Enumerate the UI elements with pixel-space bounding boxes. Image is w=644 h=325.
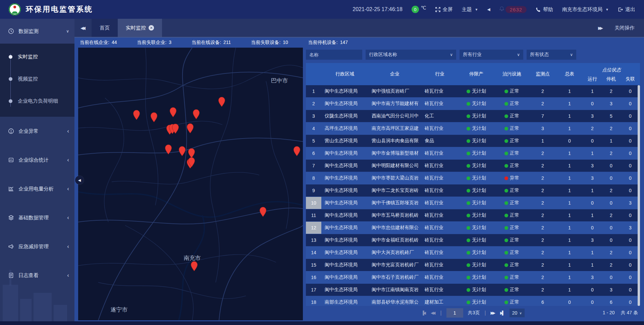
map-canvas[interactable]: 巴中市南充市遂宁市 [78,48,303,320]
logout-button[interactable]: 退出 [618,6,635,13]
row-number: 8 [306,172,321,184]
table-row[interactable]: 15 阆中生态环境局 阆中市光富页岩机砖厂 砖瓦行业 无计划 正常 2 1 1 … [306,259,640,271]
table-row[interactable]: 5 营山生态环境局 营山县润丰肉食品有限 食品 无计划 正常 1 0 0 1 0 [306,135,640,147]
cell-industry: 砖瓦行业 [421,150,458,156]
notification-widget[interactable]: 2632 [499,6,527,13]
cell-monitor-points: 7 [529,113,556,119]
table-row[interactable]: 2 阆中生态环境局 阆中市南方节能建材有 砖瓦行业 无计划 正常 2 1 0 3… [306,98,640,110]
row-number: 7 [306,160,321,172]
table-row[interactable]: 6 阆中生态环境局 阆中市金博瑞新型墙材 砖瓦行业 无计划 正常 2 1 1 2… [306,147,640,160]
chevron-down-icon: ▼ [605,8,609,11]
cell-region: 阆中生态环境局 [321,212,368,218]
cell-region: 阆中生态环境局 [321,237,368,243]
sidebar-collapse-button[interactable]: ◀ [75,176,84,184]
sidebar-item[interactable]: 企业异常‹ [0,117,74,146]
table-row[interactable]: 12 阆中生态环境局 阆中市忠信建材有限公 砖瓦行业 无计划 正常 2 1 0 … [306,222,640,234]
table-row[interactable]: 16 阆中生态环境局 阆中市石子页岩机砖厂 砖瓦行业 无计划 正常 2 1 3 … [306,271,640,284]
region-select[interactable]: 行政区域名称 ∨ [366,50,456,60]
help-button[interactable]: 帮助 [536,6,553,13]
status-dot [504,226,508,230]
last-page-icon[interactable]: ▶▌ [500,311,505,315]
table-row[interactable]: 18 南部生态环境局 南部县砂华水泥有限公 建材加工 无计划 正常 6 0 0 … [306,296,640,306]
map-panel[interactable]: 巴中市南充市遂宁市 [78,48,303,320]
next-page-icon[interactable]: ▶▶ [491,311,495,315]
sidebar-subitem[interactable]: 视频监控 [0,68,74,90]
page-size-select[interactable]: 20 ∨ [509,309,525,317]
sidebar-item-label: 数据监测 [18,28,39,35]
sidebar-subitem[interactable]: 实时监控 [0,46,74,68]
page-size-value: 20 [512,310,518,316]
sidebar-item[interactable]: 日志查看‹ [0,261,74,290]
cell-monitor-points: 2 [529,200,556,206]
industry-select[interactable]: 所有行业 ∨ [460,50,523,60]
tabs-scroll-right-icon[interactable]: ▶▶ [598,25,603,31]
theme-dropdown[interactable]: 主题 ▼ [462,6,478,13]
status-select[interactable]: 所有状态 ∨ [527,50,576,60]
table-row[interactable]: 13 阆中生态环境局 阆中市金福旺页岩机砖 砖瓦行业 无计划 正常 2 1 3 … [306,234,640,247]
table-row[interactable]: 7 阆中生态环境局 阆中明阳建材有限公司 砖瓦行业 无计划 正常 2 1 3 0… [306,160,640,172]
cell-run-count: 3 [583,113,602,119]
col-header-industry: 行业 [421,63,458,85]
table-row[interactable]: 11 阆中生态环境局 阆中市五马桥页岩机砖 砖瓦行业 无计划 正常 2 1 1 … [306,209,640,222]
status-dot [504,238,508,242]
chevron-left-icon: ‹ [67,274,69,277]
table-row[interactable]: 14 阆中生态环境局 阆中大兴页岩机砖厂 砖瓦行业 无计划 正常 2 1 1 2… [306,247,640,259]
sidebar-subitem-label: 视频监控 [18,76,38,82]
table-row[interactable]: 1 阆中生态环境局 阆中强锐页岩砖厂 砖瓦行业 无计划 正常 2 1 1 2 0 [306,85,640,98]
sidebar-subitem[interactable]: 企业电力负荷明细 [0,90,74,112]
cell-industry: 砖瓦行业 [421,88,458,94]
cell-industry: 砖瓦行业 [421,163,458,169]
sidebar-item[interactable]: 企业综合统计‹ [0,146,74,174]
map-background [78,48,303,320]
col-header-meters: 总表 [556,63,583,85]
cell-facility-status: 正常 [494,287,529,293]
tab-realtime-monitor[interactable]: 实时监控 ✕ [118,19,162,37]
sidebar-item[interactable]: 数据监测∨ [0,19,74,44]
sidebar-item[interactable]: 基础数据管理‹ [0,203,74,232]
cell-stop-count: 2 [602,250,621,255]
sidebar-item-label: 日志查看 [18,272,39,279]
sidebar-item[interactable]: 应急减排管理‹ [0,232,74,261]
logout-label: 退出 [625,6,635,13]
tab-home[interactable]: 首页 [92,19,118,37]
cell-company: 阆中市忠信建材有限公 [368,225,421,231]
table-scrollbar[interactable] [638,85,640,306]
sound-toggle-icon[interactable]: ◀ [487,7,490,12]
first-page-icon[interactable]: ▐◀ [421,311,426,315]
chevron-left-icon: ‹ [67,216,69,219]
table-row[interactable]: 8 阆中生态环境局 阆中市枣碧大梁山页岩 砖瓦行业 无计划 异常 2 1 3 0… [306,172,640,184]
status-dot [504,214,508,217]
sidebar-item[interactable]: 企业用电量分析‹ [0,174,74,203]
table-row[interactable]: 17 阆中生态环境局 阆中市江南镇阆南页岩 砖瓦行业 无计划 正常 2 1 0 … [306,284,640,296]
cell-company: 阆中市南方节能建材有 [368,101,421,107]
close-operations-button[interactable]: 关闭操作 [614,25,635,31]
table-row[interactable]: 9 阆中生态环境局 阆中市二龙长宝页岩砖 砖瓦行业 无计划 正常 2 1 1 2… [306,184,640,197]
cell-company: 西南油气田分公司川中 [368,113,421,119]
pagination-controls: ▐◀ ◀◀ | 共3页 | ▶▶ ▶▌ 20 ∨ [421,308,524,318]
logout-icon [618,7,623,12]
tabs-scroll-left-icon[interactable]: ◀◀ [74,19,92,37]
cell-company: 阆中市枣碧大梁山页岩 [368,175,421,181]
tab-close-icon[interactable]: ✕ [149,25,154,31]
cell-lost-count: 3 [621,200,640,206]
cell-stop-count: 0 [602,237,621,243]
prev-page-icon[interactable]: ◀◀ [431,311,435,315]
table-row[interactable]: 4 高坪生态环境局 南充市高坪区王家店建 砖瓦行业 无计划 正常 3 1 2 2… [306,122,640,135]
alert-icon [8,128,14,134]
status-dot [467,263,470,267]
region-select-value: 行政区域名称 [369,52,397,58]
table-row[interactable]: 3 仪陇生态环境局 西南油气田分公司川中 化工 无计划 正常 7 1 3 5 0 [306,110,640,122]
cell-company: 南部县砂华水泥有限公 [368,299,421,305]
cell-industry: 砖瓦行业 [421,225,458,231]
page-number-input[interactable] [446,308,463,318]
datetime-label: 2021-02-25 17:46:18 [353,6,402,12]
col-header-facility: 治污设施 [494,63,529,85]
tab-label: 首页 [100,25,110,31]
status-dot [467,301,470,304]
fullscreen-button[interactable]: 全屏 [435,6,453,13]
name-search-input[interactable] [306,50,362,60]
org-dropdown[interactable]: 南充市生态环境局 ▼ [562,6,609,13]
status-dot [467,288,470,292]
col-header-company: 企业 [368,63,421,85]
table-row[interactable]: 10 阆中生态环境局 阆中千佛镇五郎垭页岩 砖瓦行业 无计划 正常 2 1 0 … [306,197,640,209]
